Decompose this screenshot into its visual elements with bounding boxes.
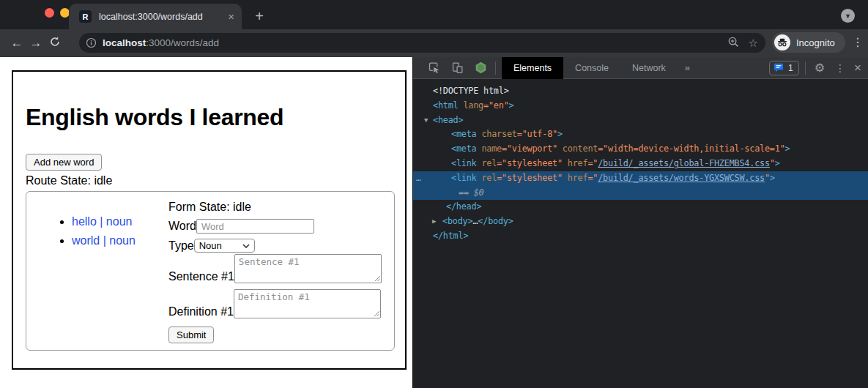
code-token: <meta xyxy=(451,143,477,154)
code-token: </body> xyxy=(478,216,513,226)
back-button[interactable]: ← xyxy=(7,36,26,51)
add-word-form: Form State: idle Word Type Noun Sentenc xyxy=(168,201,382,344)
code-token: ="stylesheet" xyxy=(497,173,563,183)
code-line[interactable]: </head> xyxy=(413,200,868,214)
code-token: =" xyxy=(587,173,598,183)
node-hexagon-icon xyxy=(475,61,487,74)
code-token: name xyxy=(477,143,502,154)
app-container: English words I learned Add new word Rou… xyxy=(12,70,407,370)
code-token: ="viewport" xyxy=(502,143,557,154)
code-token: lang xyxy=(459,100,484,111)
new-tab-button[interactable]: + xyxy=(252,8,267,25)
code-token: $0 xyxy=(474,187,484,198)
code-token: <head> xyxy=(433,115,463,125)
code-line[interactable]: <meta name="viewport" content="width=dev… xyxy=(413,142,868,157)
incognito-icon xyxy=(774,34,790,51)
collapse-arrow-icon[interactable]: ▼ xyxy=(424,113,428,128)
code-token: == xyxy=(459,187,474,198)
code-token: /build/_assets/words-YGXSWCSW.css xyxy=(598,173,765,183)
window-close-button[interactable] xyxy=(45,8,54,18)
tab-network[interactable]: Network xyxy=(620,57,678,79)
inspect-element-button[interactable] xyxy=(426,61,441,75)
issues-count: 1 xyxy=(788,63,793,73)
code-token: ="width=device-width,initial-scale=1" xyxy=(598,143,784,154)
tab-close-icon[interactable]: × xyxy=(228,11,234,22)
address-bar[interactable]: localhost:3000/words/add ☆ xyxy=(79,33,765,53)
incognito-label: Incognito xyxy=(796,37,835,48)
url-host: localhost xyxy=(103,37,146,48)
code-line[interactable]: …<link rel="stylesheet" href="/build/_as… xyxy=(413,171,868,186)
word-link-world[interactable]: world | noun xyxy=(72,234,136,247)
url-text[interactable]: localhost:3000/words/add xyxy=(103,37,719,48)
bookmark-star-button[interactable]: ☆ xyxy=(749,37,758,50)
resize-grip-icon[interactable] xyxy=(374,275,380,281)
device-toolbar-icon xyxy=(451,61,464,74)
issues-bubble-icon xyxy=(774,63,784,72)
type-label: Type xyxy=(168,239,194,253)
code-token: rel xyxy=(477,173,497,183)
code-token: > xyxy=(775,158,780,168)
code-line[interactable]: ▼<head> xyxy=(413,113,868,128)
word-list: hello | noun world | noun xyxy=(38,212,168,344)
page-title: English words I learned xyxy=(26,104,393,131)
code-token: =" xyxy=(587,158,598,168)
add-new-word-button[interactable]: Add new word xyxy=(26,154,102,171)
node-extension-button[interactable] xyxy=(473,61,488,75)
code-token: <link xyxy=(451,158,477,168)
zoom-page-button[interactable] xyxy=(727,36,740,51)
code-line[interactable]: == $0 xyxy=(413,186,868,201)
form-state-text: Form State: idle xyxy=(168,201,382,214)
devtools-code: <!DOCTYPE html><html lang="en">▼<head><m… xyxy=(413,80,868,388)
devtools-menu-button[interactable]: ⋮ xyxy=(835,62,845,74)
type-select[interactable]: Noun xyxy=(194,239,255,253)
device-toolbar-button[interactable] xyxy=(450,61,464,75)
incognito-badge: Incognito xyxy=(772,32,845,53)
browser-tab[interactable]: R localhost:3000/words/add × xyxy=(69,4,242,29)
code-token: > xyxy=(785,143,790,154)
code-token: content xyxy=(557,143,598,154)
code-token: <!DOCTYPE html> xyxy=(433,86,509,96)
expand-arrow-icon[interactable]: ▶ xyxy=(432,214,436,229)
submit-button[interactable]: Submit xyxy=(168,327,214,343)
word-input[interactable] xyxy=(196,219,314,234)
issues-counter[interactable]: 1 xyxy=(769,61,799,75)
toolbar-separator xyxy=(805,61,806,75)
code-token: charset xyxy=(477,129,517,139)
resize-grip-icon[interactable] xyxy=(374,310,379,316)
code-token: " xyxy=(765,173,770,183)
more-actions-icon[interactable]: … xyxy=(416,171,420,186)
code-line[interactable]: ▶<body>…</body> xyxy=(413,214,868,229)
words-panel: hello | noun world | noun Form State: id… xyxy=(26,191,395,351)
info-icon[interactable] xyxy=(86,37,97,48)
reload-button[interactable] xyxy=(45,36,64,51)
sentence-textarea[interactable] xyxy=(234,254,382,283)
browser-frame: R localhost:3000/words/add × + ▼ ← → loc… xyxy=(0,0,868,57)
definition-textarea[interactable] xyxy=(234,289,381,318)
code-line[interactable]: </html> xyxy=(413,229,868,244)
url-path: :3000/words/add xyxy=(146,37,219,48)
code-line[interactable]: <link rel="stylesheet" href="/build/_ass… xyxy=(413,157,868,171)
forward-button[interactable]: → xyxy=(26,36,45,51)
code-token: ="stylesheet" xyxy=(497,158,563,168)
sentence-label: Sentence #1 xyxy=(168,270,234,283)
tab-elements[interactable]: Elements xyxy=(502,57,563,79)
tab-strip: R localhost:3000/words/add × + ▼ xyxy=(0,0,868,29)
devtools-toolbar: Elements Console Network » 1 ⚙ ⋮ × xyxy=(413,57,868,79)
more-tabs-button[interactable]: » xyxy=(678,62,697,73)
code-token: ="utf-8" xyxy=(517,129,557,139)
settings-gear-button[interactable]: ⚙ xyxy=(815,61,825,75)
code-token: ="en" xyxy=(483,100,509,111)
tab-console[interactable]: Console xyxy=(563,57,620,79)
tab-title: localhost:3000/words/add xyxy=(99,12,228,22)
code-token: > xyxy=(509,100,514,111)
code-line[interactable]: <meta charset="utf-8"> xyxy=(413,127,868,142)
page-viewport: English words I learned Add new word Rou… xyxy=(0,57,412,388)
devtools-panel: Elements Console Network » 1 ⚙ ⋮ × <!DOC… xyxy=(412,57,868,388)
tab-search-button[interactable]: ▼ xyxy=(841,9,855,23)
browser-menu-button[interactable]: ⋮ xyxy=(852,35,864,49)
code-token: href xyxy=(563,173,588,183)
devtools-close-button[interactable]: × xyxy=(854,61,861,75)
code-line[interactable]: <html lang="en"> xyxy=(413,99,868,113)
word-link-hello[interactable]: hello | noun xyxy=(72,215,132,228)
code-line[interactable]: <!DOCTYPE html> xyxy=(413,84,868,99)
